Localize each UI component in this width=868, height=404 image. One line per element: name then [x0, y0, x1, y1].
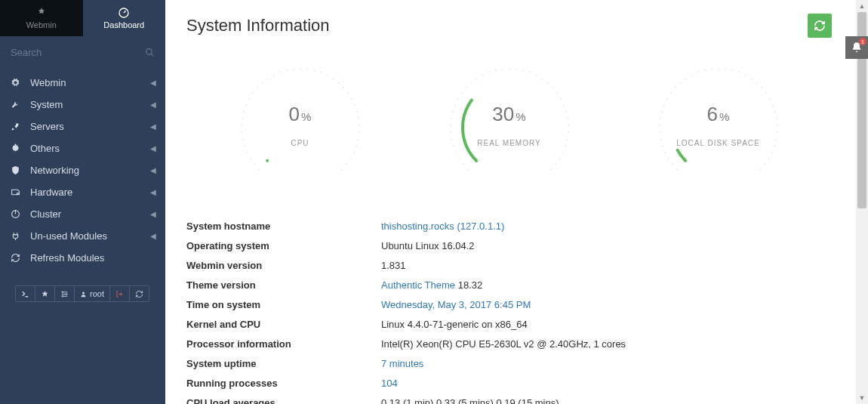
svg-point-90	[676, 168, 677, 170]
svg-point-64	[476, 78, 477, 79]
settings-button[interactable]	[54, 285, 75, 302]
svg-point-92	[667, 158, 669, 159]
svg-point-116	[756, 82, 757, 84]
svg-point-62	[465, 87, 466, 88]
scrollbar[interactable]: ▲ ▼	[856, 0, 868, 404]
svg-point-91	[671, 163, 673, 165]
info-table: System hostnamethishosting.rocks (127.0.…	[165, 216, 853, 404]
svg-point-107	[697, 72, 699, 73]
svg-point-114	[744, 75, 746, 76]
svg-point-35	[347, 92, 349, 94]
tab-webmin[interactable]: Webmin	[0, 0, 83, 36]
reload-button[interactable]	[129, 285, 149, 302]
info-row: CPU load averages0.13 (1 min) 0.33 (5 mi…	[186, 393, 832, 404]
chevron-left-icon: ◀	[150, 100, 156, 109]
svg-point-71	[522, 69, 524, 71]
puzzle-icon	[11, 143, 23, 153]
svg-point-113	[737, 72, 739, 73]
nav-item-system[interactable]: System◀	[0, 94, 165, 116]
info-key: System hostname	[186, 221, 381, 232]
scroll-down-icon[interactable]: ▼	[856, 392, 868, 404]
svg-point-72	[528, 72, 530, 73]
nav-item-hardware[interactable]: Hardware◀	[0, 181, 165, 203]
dashboard-icon	[118, 7, 130, 19]
gauge-cpu: 0%CPU	[232, 63, 368, 195]
nav-item-label: Hardware	[30, 187, 72, 198]
power-icon	[11, 209, 23, 219]
svg-point-27	[300, 68, 301, 69]
info-key: Operating system	[186, 240, 381, 251]
svg-point-49	[466, 168, 468, 170]
svg-point-96	[659, 131, 660, 133]
info-key: Processor information	[186, 338, 381, 350]
wrench-icon	[11, 100, 23, 109]
unplug-icon	[11, 231, 23, 241]
search-input[interactable]	[8, 42, 158, 63]
main-content: System Information 0%CPU30%REAL MEMORY6%…	[165, 0, 853, 404]
info-row: Time on systemWednesday, May 3, 2017 6:4…	[186, 295, 832, 314]
nav-item-refresh-modules[interactable]: Refresh Modules	[0, 247, 165, 269]
svg-point-76	[552, 87, 553, 88]
svg-point-23	[272, 75, 274, 76]
svg-point-9	[249, 158, 251, 159]
info-value: Linux 4.4.0-71-generic on x86_64	[381, 319, 832, 330]
refresh-button[interactable]	[808, 14, 832, 38]
nav-item-networking[interactable]: Networking◀	[0, 159, 165, 181]
nav-item-others[interactable]: Others◀	[0, 137, 165, 159]
svg-point-45	[349, 158, 351, 159]
info-key: CPU load averages	[186, 397, 381, 405]
info-key: Time on system	[186, 299, 381, 310]
info-key: Webmin version	[186, 260, 381, 271]
logout-button[interactable]	[109, 285, 130, 302]
favorite-button[interactable]	[35, 285, 55, 302]
info-link[interactable]: 104	[381, 378, 398, 389]
nav-item-cluster[interactable]: Cluster◀	[0, 203, 165, 225]
terminal-button[interactable]	[15, 285, 35, 302]
svg-point-28	[306, 69, 308, 70]
notification-button[interactable]: 1	[845, 36, 868, 59]
nav-item-webmin[interactable]: Webmin◀	[0, 72, 165, 94]
gauge-row: 0%CPU30%REAL MEMORY6%LOCAL DISK SPACE	[165, 48, 853, 216]
chevron-left-icon: ◀	[150, 79, 156, 87]
svg-point-68	[501, 69, 503, 70]
info-value: Wednesday, May 3, 2017 6:45 PM	[381, 299, 832, 310]
svg-point-60	[457, 98, 458, 100]
svg-point-88	[555, 163, 556, 165]
info-link[interactable]: thishosting.rocks (127.0.1.1)	[381, 221, 504, 232]
user-button[interactable]: root	[74, 285, 110, 302]
svg-point-89	[550, 168, 552, 170]
info-row: Webmin version1.831	[186, 255, 832, 275]
chevron-left-icon: ◀	[150, 210, 156, 218]
svg-point-46	[346, 163, 347, 165]
nav-item-un-used-modules[interactable]: Un-used Modules◀	[0, 225, 165, 247]
svg-point-109	[710, 69, 712, 70]
svg-point-21	[261, 82, 263, 84]
info-link[interactable]: 7 minutes	[381, 358, 423, 369]
webmin-icon	[35, 7, 48, 19]
search-icon[interactable]	[145, 47, 155, 60]
info-key: Running processes	[186, 378, 381, 389]
info-link[interactable]: Wednesday, May 3, 2017 6:45 PM	[381, 299, 531, 310]
svg-point-103	[674, 87, 676, 88]
scroll-up-icon[interactable]: ▲	[856, 0, 868, 12]
shield-icon	[11, 165, 23, 175]
nav-item-label: Others	[30, 143, 60, 154]
svg-point-87	[559, 158, 560, 159]
svg-point-119	[769, 98, 771, 100]
svg-point-102	[669, 92, 671, 94]
gauge-value: 0%	[232, 103, 368, 126]
bottom-toolbar: root	[11, 285, 155, 302]
tab-dashboard[interactable]: Dashboard	[83, 0, 166, 36]
svg-point-34	[343, 87, 344, 88]
svg-point-74	[541, 78, 543, 79]
svg-point-29	[313, 69, 315, 71]
svg-point-19	[251, 92, 253, 94]
svg-point-32	[332, 78, 334, 79]
svg-point-108	[703, 69, 705, 71]
nav-item-label: Networking	[30, 165, 79, 176]
nav-item-servers[interactable]: Servers◀	[0, 116, 165, 137]
info-row: Kernel and CPULinux 4.4.0-71-generic on …	[186, 314, 832, 334]
chevron-left-icon: ◀	[150, 232, 156, 240]
search-container	[0, 36, 165, 69]
svg-point-47	[341, 168, 343, 170]
